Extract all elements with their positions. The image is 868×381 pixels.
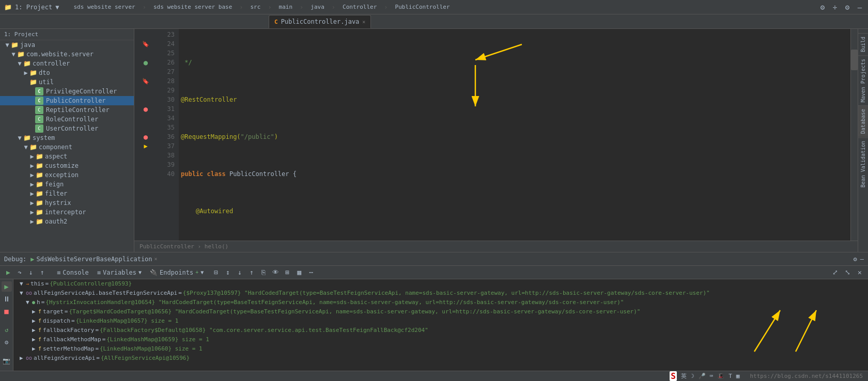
tab-publiccontroller-java[interactable]: C PublicController.java ×: [269, 15, 371, 28]
tree-item-oauth2[interactable]: ▶ 📁 oauth2: [0, 217, 134, 226]
tray-lang: 英: [681, 372, 687, 380]
tree-item-java[interactable]: ▼ 📁 java: [0, 40, 134, 50]
tree-item-reptilecontroller[interactable]: C ReptileController: [0, 105, 134, 115]
expand-icon[interactable]: ⤢: [830, 267, 840, 278]
close-bottom[interactable]: ✕: [855, 267, 865, 278]
debug-row-fallbackmethod[interactable]: ▶ f fallbackMethodMap = {LinkedHashMap@1…: [13, 335, 868, 344]
bottom-status-bar: S 英 ☽ 🎤 ⌨ 🎩 T ▦ https://blog.csdn.net/s1…: [0, 371, 868, 381]
tree-item-system[interactable]: ▼ 📁 system: [0, 133, 134, 142]
main-area: 1: Project ▼ 📁 java ▼ 📁 com.website.serv…: [0, 29, 868, 252]
split-icon[interactable]: ÷: [831, 3, 839, 11]
tab-close-icon[interactable]: ×: [362, 19, 365, 25]
debug-row-h[interactable]: ▼ ● h = {HystrixInvocationHandler@10654}…: [13, 298, 868, 307]
settings-icon[interactable]: ⚙: [818, 3, 827, 11]
line-numbers: 23 24 25 26 27 28 29 30 31 34 35 36 37 3…: [157, 29, 179, 241]
tree-item-interceptor[interactable]: ▶ 📁 interceptor: [0, 208, 134, 217]
tree-item-exception[interactable]: ▶ 📁 exception: [0, 170, 134, 180]
stop-btn[interactable]: ■: [2, 306, 12, 316]
tab-database[interactable]: Database: [858, 105, 868, 137]
filter-button[interactable]: ⊟: [211, 267, 221, 278]
tab-console[interactable]: ≡ Console: [54, 268, 92, 277]
tree-item-feign[interactable]: ▶ 📁 feign: [0, 180, 134, 189]
tree-item-aspect[interactable]: ▶ 📁 aspect: [0, 152, 134, 161]
rerun-btn[interactable]: ↺: [2, 325, 12, 335]
tree-item-privilegecontroller[interactable]: C PrivilegeController: [0, 87, 134, 96]
java-class-icon: C: [35, 106, 43, 114]
tree-item-customize[interactable]: ▶ 📁 customize: [0, 161, 134, 170]
debug-minimize-icon[interactable]: —: [860, 256, 864, 263]
tree-item-dto[interactable]: ▶ 📁 dto: [0, 68, 134, 77]
debug-settings-icon[interactable]: ⚙: [854, 256, 857, 263]
variables-dropdown[interactable]: ▼: [138, 269, 142, 275]
eq: =: [178, 289, 182, 298]
debug-row-fallback[interactable]: ▶ f fallbackFactory = {FallbackFactory$D…: [13, 326, 868, 335]
collapse-icon[interactable]: ⤡: [842, 267, 853, 278]
minimize-icon[interactable]: —: [856, 3, 864, 11]
tree-label: filter: [45, 190, 67, 197]
tree-label: hystrix: [45, 199, 71, 207]
camera-btn[interactable]: 📷: [2, 356, 12, 366]
tree-item-com-website-server[interactable]: ▼ 📁 com.website.server: [0, 50, 134, 59]
expand-arrow: ▼: [20, 279, 26, 289]
project-label[interactable]: 1: Project: [15, 4, 52, 11]
tree-label: util: [39, 78, 54, 86]
debug-row-allfeignserviceapi[interactable]: ▶ oo allFeignServiceApi = {AllFeignServi…: [13, 354, 868, 363]
debug-row-this[interactable]: ▼ → this = {PublicController@10593}: [13, 279, 868, 289]
debug-toolbar-buttons: ⊟ ↕ ↓ ↑ ⎘ 👁 ⊞ ▦ ⋯: [211, 267, 316, 278]
nav-sep1: ›: [143, 4, 146, 11]
up-button[interactable]: ↑: [246, 267, 257, 278]
more-button[interactable]: ⋯: [306, 267, 316, 278]
tree-item-rolecontroller[interactable]: C RoleController: [0, 115, 134, 124]
debug-row-dispatch[interactable]: ▶ f dispatch = {LinkedHashMap@10657} siz…: [13, 316, 868, 326]
debug-row-feign[interactable]: ▼ oo allFeignServiceApi.baseTestFeignSer…: [13, 289, 868, 298]
sort-button[interactable]: ↕: [223, 267, 233, 278]
gutter-30: [134, 95, 157, 104]
debug-controls: ▶ ↷ ↓ ↑: [3, 267, 48, 278]
gutter-29: [134, 86, 157, 95]
step-out-button[interactable]: ↑: [37, 267, 48, 278]
tree-item-component[interactable]: ▼ 📁 component: [0, 142, 134, 152]
scroll-thumb[interactable]: [851, 50, 858, 70]
copy-button[interactable]: ⎘: [258, 267, 269, 278]
tree-container: ▼ 📁 java ▼ 📁 com.website.server ▼ 📁 cont…: [0, 40, 134, 226]
debug-app-tab[interactable]: ▶ SdsWebsiteServerBaseApplication ×: [30, 256, 157, 263]
watch-button[interactable]: 👁: [270, 267, 281, 278]
console-icon: ≡: [57, 269, 60, 276]
debug-row-target[interactable]: ▶ f target = {Target$HardCodedTarget@106…: [13, 307, 868, 316]
debug-app-icon: ▶: [30, 256, 34, 263]
tree-item-hystrix[interactable]: ▶ 📁 hystrix: [0, 198, 134, 208]
step-over-button[interactable]: ↷: [14, 267, 25, 278]
endpoints-dropdown[interactable]: ▼: [200, 269, 204, 275]
gutter-28: 🔖: [134, 76, 157, 86]
tree-item-controller[interactable]: ▼ 📁 controller: [0, 59, 134, 68]
config-icon[interactable]: ⚙: [843, 3, 851, 11]
tree-arrow: ▶: [23, 69, 29, 76]
debug-row-setter[interactable]: ▶ f setterMethodMap = {LinkedHashMap@106…: [13, 344, 868, 354]
resume-btn[interactable]: ▶: [2, 281, 12, 292]
tab-build[interactable]: Build: [858, 33, 868, 55]
editor-scrollbar[interactable]: [850, 29, 858, 241]
tab-bean-validation[interactable]: Bean Validation: [858, 137, 868, 190]
tree-arrow: ▼: [23, 144, 29, 151]
sidebar-title: 1: Project: [4, 31, 38, 38]
endpoints-add[interactable]: +: [195, 269, 198, 275]
dropdown-arrow[interactable]: ▼: [55, 4, 59, 11]
tab-maven[interactable]: Maven Projects: [858, 55, 868, 105]
calc-button[interactable]: ⊞: [282, 267, 292, 278]
tab-endpoints[interactable]: 🔌 Endpoints + ▼: [147, 268, 207, 277]
java-class-icon: C: [35, 124, 43, 133]
pause-btn[interactable]: ⏸: [2, 294, 12, 304]
tree-item-usercontroller[interactable]: C UserController: [0, 124, 134, 133]
down-button[interactable]: ↓: [235, 267, 245, 278]
tree-arrow: ▶: [29, 209, 35, 216]
tree-item-publiccontroller[interactable]: C PublicController: [0, 96, 134, 105]
step-into-button[interactable]: ↓: [26, 267, 36, 278]
tab-variables[interactable]: ≡ Variables ▼: [94, 268, 145, 277]
settings-btn[interactable]: ⚙: [2, 337, 12, 347]
debug-tab-close[interactable]: ×: [154, 256, 158, 262]
resume-button[interactable]: ▶: [3, 267, 13, 278]
tree-item-filter[interactable]: ▶ 📁 filter: [0, 189, 134, 198]
tree-item-util[interactable]: 📁 util: [0, 77, 134, 87]
tree-label: interceptor: [45, 209, 86, 216]
grid-button[interactable]: ▦: [294, 267, 304, 278]
